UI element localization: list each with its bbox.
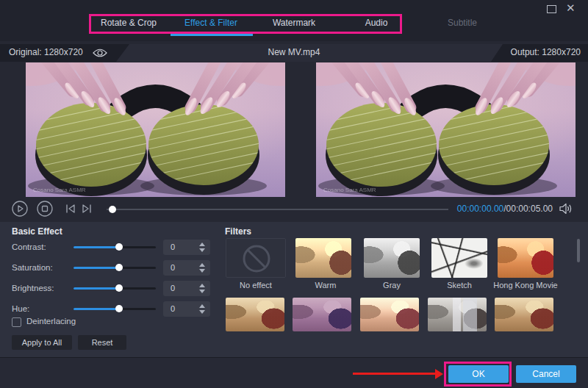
spin-down-icon[interactable] [199,310,205,314]
saturation-slider[interactable] [74,267,156,269]
effect-filter-dialog: Rotate & Crop Effect & Filter Watermark … [0,0,588,388]
tab-subtitle[interactable]: Subtitle [426,18,499,31]
filter-thumb-gray[interactable] [364,238,420,278]
brightness-spinner[interactable]: 0 [163,281,210,296]
filter-label: Gray [356,281,427,290]
filter-label: Hong Kong Movie [490,281,561,290]
adjustments-panel: Basic Effect Contrast: 0 Saturation: 0 B… [0,222,588,357]
play-icon[interactable] [12,201,28,220]
seek-slider[interactable] [107,209,448,210]
preview-zone: Original: 1280x720 New MV.mp4 Output: 12… [0,41,588,222]
output-preview-video: Cosano Sara ASMR [316,62,576,197]
current-time: 00:00:00.00 [457,204,503,214]
seek-slider-thumb[interactable] [109,206,116,213]
preview-header: Original: 1280x720 New MV.mp4 Output: 12… [0,44,588,62]
deinterlacing-label: Deinterlacing [26,317,76,326]
filter-thumb-row2-3[interactable] [360,298,419,331]
contrast-spinner[interactable]: 0 [163,240,210,255]
filter-thumb-row2-1[interactable] [226,298,284,331]
contrast-slider[interactable] [74,246,156,248]
hue-spinner[interactable]: 0 [163,301,210,317]
hue-label: Hue: [12,304,29,313]
saturation-label: Saturation: [12,263,53,272]
filters-scrollbar[interactable] [577,239,580,262]
filter-thumb-no-effect[interactable] [226,238,286,278]
ok-button[interactable]: OK [448,365,509,383]
spin-down-icon[interactable] [199,290,205,293]
time-display: 00:00:00.00/00:00:05.00 [457,204,553,214]
saturation-spinner[interactable]: 0 [163,260,210,276]
annotation-arrow-head [435,369,443,379]
hue-slider[interactable] [74,308,156,310]
filter-label: Warm [290,281,361,290]
tab-rotate-crop[interactable]: Rotate & Crop [92,18,165,31]
annotation-arrow [353,373,437,375]
filter-thumb-hong-kong-movie[interactable] [498,238,553,278]
tab-audio[interactable]: Audio [340,18,413,31]
filter-thumb-row2-5[interactable] [495,298,553,331]
filter-thumb-sketch[interactable] [431,238,487,278]
filter-label: No effect [220,281,291,290]
original-preview-video: Cosano Sara ASMR [26,62,285,197]
spin-up-icon[interactable] [199,284,205,287]
footer-bar: OK Cancel [0,357,588,388]
spin-up-icon[interactable] [199,263,205,267]
reset-button[interactable]: Reset [78,335,126,350]
tab-watermark[interactable]: Watermark [257,18,331,31]
brightness-label: Brightness: [12,284,54,292]
spin-up-icon[interactable] [199,242,205,246]
video-watermark: Cosano Sara ASMR [33,187,86,193]
filter-thumb-warm[interactable] [295,238,351,278]
cancel-button[interactable]: Cancel [516,365,576,383]
filter-thumb-row2-4[interactable] [428,298,487,331]
filter-label: Sketch [424,281,495,290]
spin-down-icon[interactable] [199,248,205,252]
no-effect-icon [226,239,286,278]
tab-effect-filter[interactable]: Effect & Filter [174,18,248,31]
brightness-slider[interactable] [74,287,156,290]
apply-to-all-button[interactable]: Apply to All [12,335,72,350]
close-icon[interactable]: ✕ [566,1,576,15]
output-size-label: Output: 1280x720 [511,47,581,57]
contrast-label: Contrast: [12,242,46,251]
prev-frame-icon[interactable] [65,204,76,217]
stop-icon[interactable] [37,201,53,220]
total-time: 00:00:05.00 [506,204,553,214]
volume-icon[interactable] [559,203,573,218]
playback-bar: 00:00:00.00/00:00:05.00 [0,197,588,222]
filters-title: Filters [225,226,251,237]
next-frame-icon[interactable] [81,204,93,217]
active-tab-underline [171,34,253,36]
video-watermark: Cosano Sara ASMR [323,187,376,193]
filter-thumb-row2-2[interactable] [293,298,351,331]
file-name: New MV.mp4 [0,47,588,57]
spin-up-icon[interactable] [199,304,205,308]
spin-down-icon[interactable] [199,269,205,273]
basic-effect-title: Basic Effect [12,226,62,237]
title-bar: Rotate & Crop Effect & Filter Watermark … [0,0,588,41]
maximize-icon[interactable] [547,5,556,13]
deinterlacing-checkbox[interactable] [12,317,21,327]
